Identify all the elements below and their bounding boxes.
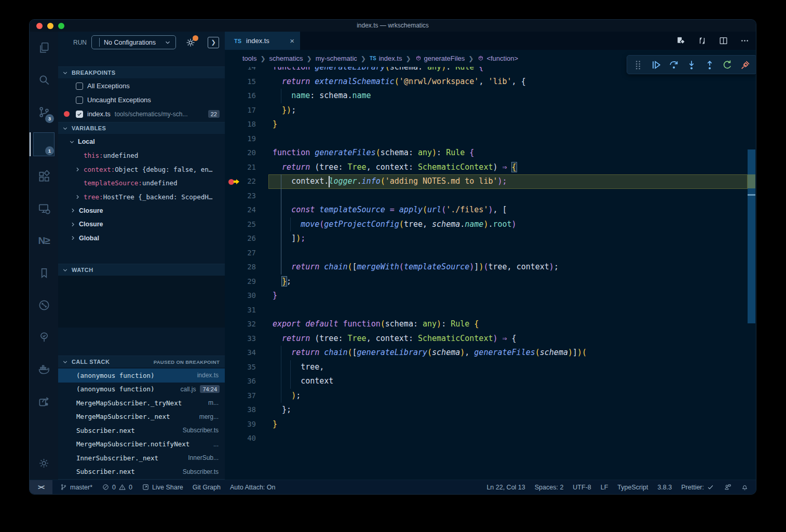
breadcrumb-item[interactable]: ❯generateFiles	[402, 54, 465, 62]
activity-item-remote-explorer[interactable]	[30, 193, 58, 225]
variable-row[interactable]: this: undefined	[58, 149, 225, 163]
debug-console-icon[interactable]: ❯	[208, 37, 219, 48]
launch-configuration-dropdown[interactable]: No Configurations	[91, 35, 176, 49]
tab-index-ts[interactable]: TS index.ts ×	[225, 32, 300, 50]
code-line[interactable]: 22 context.logger.info('adding NOTES.md …	[225, 174, 756, 189]
variables-scope-closure[interactable]: Closure	[58, 204, 225, 218]
breadcrumb-item[interactable]: ❯TSindex.ts	[357, 54, 402, 62]
breadcrumb-item[interactable]: ❯my-schematic	[303, 54, 357, 62]
step-into-icon[interactable]	[685, 58, 698, 72]
activity-item-extensions[interactable]	[30, 160, 58, 193]
breadcrumb-item[interactable]: tools	[242, 54, 256, 62]
watch-section-header[interactable]: WATCH	[58, 264, 225, 276]
variables-scope-local[interactable]: Local	[58, 135, 225, 149]
more-actions-icon[interactable]	[740, 36, 750, 46]
indentation-item[interactable]: Spaces: 2	[535, 484, 564, 491]
code-line[interactable]: 23	[225, 189, 756, 203]
code-line[interactable]: 30}	[225, 289, 756, 303]
activity-item-settings[interactable]	[30, 449, 58, 476]
code-line[interactable]: 36 context	[225, 374, 756, 389]
notifications-item[interactable]	[741, 483, 749, 491]
variable-row[interactable]: tree: HostTree {_backend: ScopedH…	[58, 190, 225, 204]
activity-item-search[interactable]	[30, 64, 58, 96]
breakpoint-checkbox[interactable]	[76, 83, 83, 90]
variables-section-header[interactable]: VARIABLES	[58, 122, 225, 134]
code-line[interactable]: 18}	[225, 117, 756, 132]
git-branch-item[interactable]: master*	[60, 483, 92, 491]
code-area[interactable]: 14function generateLibrary(schema: any):…	[225, 32, 756, 480]
git-graph-item[interactable]: Git Graph	[193, 484, 221, 491]
code-line[interactable]: 39}	[225, 417, 756, 432]
call-stack-section-header[interactable]: CALL STACK PAUSED ON BREAKPOINT	[58, 356, 225, 367]
eol-item[interactable]: LF	[601, 484, 608, 491]
code-line[interactable]: 19	[225, 132, 756, 146]
code-line[interactable]: 15 return externalSchematic('@nrwl/works…	[225, 75, 756, 89]
ts-version-item[interactable]: 3.8.3	[657, 484, 672, 491]
code-line[interactable]: 26 ]);	[225, 231, 756, 246]
cursor-position-item[interactable]: Ln 22, Col 13	[486, 484, 525, 491]
breadcrumb-item[interactable]: ❯<function>	[465, 54, 518, 62]
activity-item-git-history[interactable]	[30, 289, 58, 321]
activity-item-bookmarks[interactable]	[30, 257, 58, 289]
auto-attach-item[interactable]: Auto Attach: On	[230, 484, 276, 491]
activity-item-test-explorer[interactable]	[30, 321, 58, 353]
code-line[interactable]: 37 );	[225, 389, 756, 403]
variable-row[interactable]: templateSource: undefined	[58, 176, 225, 190]
code-line[interactable]: 21 return (tree: Tree, context: Schemati…	[225, 160, 756, 175]
code-line[interactable]: 17 });	[225, 103, 756, 118]
activity-item-live-share[interactable]	[30, 386, 58, 418]
call-stack-frame[interactable]: MergeMapSubscriber._tryNextm...	[58, 396, 225, 410]
feedback-item[interactable]	[724, 483, 731, 491]
disconnect-icon[interactable]	[739, 58, 752, 72]
encoding-item[interactable]: UTF-8	[573, 484, 591, 491]
call-stack-frame[interactable]: InnerSubscriber._nextInnerSub...	[58, 451, 225, 465]
call-stack-frame[interactable]: (anonymous function)index.ts	[58, 369, 225, 383]
prettier-item[interactable]: Prettier:	[681, 483, 714, 491]
breakpoint-row[interactable]: All Exceptions	[58, 79, 225, 93]
code-line[interactable]: 28 return chain([mergeWith(templateSourc…	[225, 260, 756, 275]
code-line[interactable]: 25 move(getProjectConfig(tree, schema.na…	[225, 217, 756, 232]
variable-row[interactable]: context: Object {debug: false, en…	[58, 162, 225, 176]
call-stack-frame[interactable]: Subscriber.nextSubscriber.ts	[58, 465, 225, 479]
call-stack-frame[interactable]: MergeMapSubscriber.notifyNext...	[58, 438, 225, 452]
restart-icon[interactable]	[721, 58, 734, 72]
breakpoint-row[interactable]: Uncaught Exceptions	[58, 93, 225, 107]
problems-item[interactable]: 0 0	[102, 483, 132, 491]
breakpoints-section-header[interactable]: BREAKPOINTS	[58, 66, 225, 78]
code-line[interactable]: 32export default function(schema: any): …	[225, 317, 756, 332]
activity-item-docker[interactable]	[30, 353, 58, 386]
debug-settings-gear-icon[interactable]	[185, 37, 196, 48]
variables-scope-closure[interactable]: Closure	[58, 217, 225, 231]
code-line[interactable]: 16 name: schema.name	[225, 89, 756, 103]
variables-scope-global[interactable]: Global	[58, 231, 225, 245]
code-line[interactable]: 31	[225, 303, 756, 318]
code-line[interactable]: 29 };	[225, 275, 756, 289]
live-share-item[interactable]: Live Share	[142, 483, 183, 491]
remote-indicator[interactable]: ><	[30, 480, 52, 494]
code-line[interactable]: 38 };	[225, 403, 756, 417]
activity-item-run-debug[interactable]: 1	[30, 128, 58, 160]
call-stack-frame[interactable]: (anonymous function)call.js74:24	[58, 383, 225, 397]
open-changes-icon[interactable]	[676, 36, 686, 46]
title-bar[interactable]: index.ts — wrkschematics	[30, 20, 756, 32]
breadcrumb-item[interactable]: ❯schematics	[256, 54, 303, 62]
code-line[interactable]: 40	[225, 431, 756, 446]
activity-item-nx-console[interactable]: N≥	[30, 225, 58, 257]
call-stack-frame[interactable]: Subscriber.nextSubscriber.ts	[58, 424, 225, 438]
code-line[interactable]: 20function generateFiles(schema: any): R…	[225, 146, 756, 160]
toolbar-drag-handle[interactable]	[631, 58, 645, 72]
code-line[interactable]: 24 const templateSource = apply(url('./f…	[225, 203, 756, 217]
code-line[interactable]: 33 return (tree: Tree, context: Schemati…	[225, 332, 756, 346]
continue-icon[interactable]	[649, 58, 663, 72]
language-mode-item[interactable]: TypeScript	[617, 484, 648, 491]
code-line[interactable]: 27	[225, 246, 756, 261]
code-line[interactable]: 35 tree,	[225, 360, 756, 375]
code-line[interactable]: 34 return chain([generateLibrary(schema)…	[225, 346, 756, 360]
call-stack-frame[interactable]: MergeMapSubscriber._nextmerg...	[58, 410, 225, 424]
breakpoint-checkbox[interactable]	[76, 111, 83, 118]
breakpoint-row[interactable]: index.tstools/schematics/my-sch...22	[58, 107, 225, 121]
split-editor-icon[interactable]	[719, 36, 728, 46]
breakpoint-checkbox[interactable]	[76, 97, 83, 104]
step-out-icon[interactable]	[703, 58, 716, 72]
step-over-icon[interactable]	[667, 58, 681, 72]
